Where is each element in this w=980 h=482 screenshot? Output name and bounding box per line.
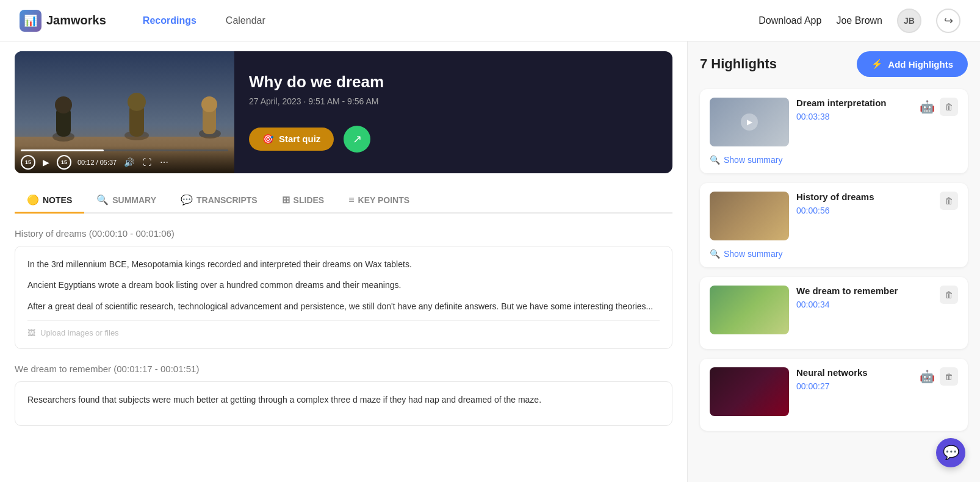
note-card-1: In the 3rd millennium BCE, Mesopotamia k… [15, 246, 672, 349]
tab-transcripts[interactable]: 💬 TRANSCRIPTS [168, 188, 270, 214]
add-highlights-label: Add Highlights [888, 59, 953, 70]
slides-icon: ⊞ [282, 194, 290, 206]
highlight-title-4: Neural networks [796, 367, 912, 378]
nav-calendar[interactable]: Calendar [226, 15, 265, 26]
transcripts-icon: 💬 [181, 194, 193, 206]
volume-button[interactable]: 🔊 [123, 156, 135, 168]
bolt-icon: ⚡ [871, 59, 883, 70]
highlight-info-4: Neural networks 00:00:27 [796, 367, 912, 391]
controls-row: 15 ▶ 15 00:12 / 05:37 🔊 ⛶ ⋯ [21, 155, 228, 170]
highlight-card-4: Neural networks 00:00:27 🤖 🗑 [700, 359, 968, 431]
forward-button[interactable]: 15 [57, 155, 71, 170]
highlight-time-1[interactable]: 00:03:38 [796, 112, 912, 121]
tab-notes[interactable]: 🟡 NOTES [15, 188, 84, 214]
external-link-button[interactable]: ↗ [344, 126, 370, 153]
video-info: Why do we dream 27 April, 2023 · 9:51 AM… [234, 51, 398, 173]
delete-button-3[interactable]: 🗑 [940, 286, 958, 304]
svg-point-7 [128, 93, 146, 111]
section-heading-1-title: History of dreams [15, 228, 87, 239]
highlight-thumb-4 [710, 367, 789, 416]
more-options-button[interactable]: ⋯ [159, 156, 170, 168]
show-summary-1[interactable]: 🔍 Show summary [710, 153, 958, 165]
section-heading-2: We dream to remember (00:01:17 - 00:01:5… [15, 364, 672, 374]
highlight-top-4: Neural networks 00:00:27 🤖 🗑 [710, 367, 958, 416]
tabs-row: 🟡 NOTES 🔍 SUMMARY 💬 TRANSCRIPTS ⊞ SLIDES… [15, 188, 672, 214]
fullscreen-button[interactable]: ⛶ [142, 156, 153, 168]
highlight-thumb-2 [710, 192, 789, 240]
logo[interactable]: 📊 Jamworks [20, 10, 106, 32]
highlights-count: 7 Highlights [700, 56, 777, 72]
play-pause-button[interactable]: ▶ [41, 156, 51, 168]
quiz-icon: 🎯 [262, 134, 274, 145]
upload-row-1[interactable]: 🖼 Upload images or files [27, 320, 660, 337]
search-icon-1: 🔍 [710, 155, 720, 165]
delete-button-4[interactable]: 🗑 [940, 367, 958, 386]
start-quiz-label: Start quiz [279, 134, 320, 144]
start-quiz-button[interactable]: 🎯 Start quiz [249, 128, 334, 151]
tab-slides-label: SLIDES [294, 195, 325, 205]
svg-point-10 [201, 96, 217, 112]
highlight-card-2: History of dreams 00:00:56 🗑 🔍 Show summ… [700, 183, 968, 267]
note-bullet-1-3: After a great deal of scientific researc… [27, 300, 660, 313]
video-player: 15 ▶ 15 00:12 / 05:37 🔊 ⛶ ⋯ Why do we dr… [15, 51, 672, 173]
highlight-time-3[interactable]: 00:00:34 [796, 300, 932, 309]
highlight-title-3: We dream to remember [796, 286, 932, 296]
svg-point-4 [55, 96, 72, 113]
section-heading-1-time: (00:00:10 - 00:01:06) [89, 228, 175, 239]
right-panel: 7 Highlights ⚡ Add Highlights ▶ Dream in… [687, 41, 980, 482]
tab-keypoints[interactable]: ≡ KEY POINTS [336, 188, 422, 214]
highlight-card-3: We dream to remember 00:00:34 🗑 [700, 277, 968, 349]
ai-icon-4: 🤖 [920, 369, 935, 384]
video-thumbnail: 15 ▶ 15 00:12 / 05:37 🔊 ⛶ ⋯ [15, 51, 234, 173]
keypoints-icon: ≡ [348, 195, 354, 206]
tab-slides[interactable]: ⊞ SLIDES [270, 188, 337, 214]
summary-icon: 🔍 [96, 194, 109, 206]
left-panel: 15 ▶ 15 00:12 / 05:37 🔊 ⛶ ⋯ Why do we dr… [0, 41, 687, 482]
tab-keypoints-label: KEY POINTS [358, 195, 410, 205]
tab-notes-label: NOTES [43, 195, 72, 205]
highlight-info-3: We dream to remember 00:00:34 [796, 286, 932, 309]
tab-summary[interactable]: 🔍 SUMMARY [84, 188, 168, 214]
video-actions: 🎯 Start quiz ↗ [249, 126, 384, 153]
progress-fill [21, 149, 104, 151]
upload-icon: 🖼 [27, 328, 35, 337]
user-avatar[interactable]: JB [897, 9, 921, 33]
highlight-top-2: History of dreams 00:00:56 🗑 [710, 192, 958, 240]
navbar: 📊 Jamworks Recordings Calendar Download … [0, 0, 980, 41]
section-heading-2-title: We dream to remember [15, 364, 111, 374]
download-app-label[interactable]: Download App [758, 15, 821, 26]
logo-text: Jamworks [46, 13, 106, 27]
thumb-play-icon-1[interactable]: ▶ [741, 113, 758, 131]
highlight-info-2: History of dreams 00:00:56 [796, 192, 932, 215]
video-controls-bar: 15 ▶ 15 00:12 / 05:37 🔊 ⛶ ⋯ [15, 146, 234, 173]
nav-recordings[interactable]: Recordings [143, 15, 196, 26]
highlight-actions-1: 🤖 🗑 [920, 98, 958, 116]
rewind-button[interactable]: 15 [21, 155, 35, 170]
delete-button-1[interactable]: 🗑 [940, 98, 958, 116]
logout-button[interactable]: ↪ [936, 9, 960, 33]
main-layout: 15 ▶ 15 00:12 / 05:37 🔊 ⛶ ⋯ Why do we dr… [0, 41, 980, 482]
note-bullet-2-1: Researchers found that subjects were muc… [27, 393, 660, 406]
ai-icon-1: 🤖 [920, 99, 935, 114]
video-title: Why do we dream [249, 73, 384, 92]
highlight-top-1: ▶ Dream interpretation 00:03:38 🤖 🗑 [710, 98, 958, 146]
delete-button-2[interactable]: 🗑 [940, 192, 958, 210]
add-highlights-button[interactable]: ⚡ Add Highlights [857, 51, 968, 77]
highlight-actions-2: 🗑 [940, 192, 958, 210]
notes-section-2: We dream to remember (00:01:17 - 00:01:5… [15, 364, 672, 425]
highlight-time-4[interactable]: 00:00:27 [796, 381, 912, 391]
username-label: Joe Brown [836, 15, 882, 26]
time-display: 00:12 / 05:37 [77, 159, 117, 166]
note-bullet-1-2: Ancient Egyptians wrote a dream book lis… [27, 278, 660, 292]
show-summary-2[interactable]: 🔍 Show summary [710, 246, 958, 259]
highlight-title-2: History of dreams [796, 192, 932, 202]
highlight-thumb-1: ▶ [710, 98, 789, 146]
logo-icon: 📊 [20, 10, 41, 32]
highlight-actions-4: 🤖 🗑 [920, 367, 958, 386]
progress-bar[interactable] [21, 149, 228, 151]
chat-bubble-button[interactable]: 💬 [936, 438, 965, 467]
video-date: 27 April, 2023 · 9:51 AM - 9:56 AM [249, 96, 384, 106]
highlight-title-1: Dream interpretation [796, 98, 912, 108]
highlight-time-2[interactable]: 00:00:56 [796, 206, 932, 215]
note-card-2: Researchers found that subjects were muc… [15, 381, 672, 425]
